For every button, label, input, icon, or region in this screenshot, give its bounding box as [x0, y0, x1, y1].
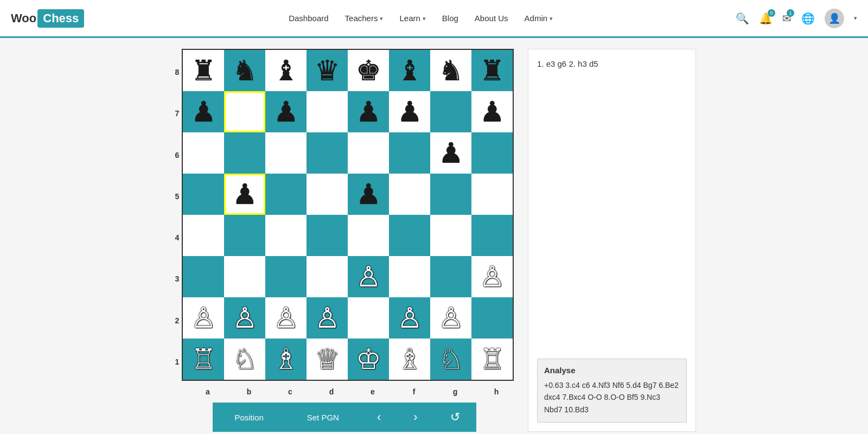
cell-a7[interactable]: ♟	[183, 91, 224, 132]
cell-g1[interactable]: ♘	[430, 339, 471, 380]
chess-board[interactable]: ♜♞♝♛♚♝♞♜♟♟♟♟♟♟♟♟♙♙♙♙♙♙♙♙♖♘♗♕♔♗♘♖	[182, 49, 514, 381]
cell-d8[interactable]: ♛	[307, 50, 348, 91]
cell-b1[interactable]: ♘	[224, 339, 265, 380]
cell-g7[interactable]	[430, 91, 471, 132]
cell-h6[interactable]	[471, 132, 513, 174]
cell-c2[interactable]: ♙	[265, 297, 307, 339]
cell-e8[interactable]: ♚	[348, 50, 389, 91]
analysis-panel: 1. e3 g6 2. h3 d5 Analyse +0.63 3.c4 c6 …	[528, 49, 696, 432]
cell-c6[interactable]	[265, 132, 307, 174]
cell-b7[interactable]	[224, 91, 265, 132]
cell-a6[interactable]	[183, 132, 224, 174]
nav-about[interactable]: About Us	[475, 0, 508, 37]
cell-d6[interactable]	[307, 132, 348, 174]
cell-e7[interactable]: ♟	[348, 91, 389, 132]
avatar[interactable]: 👤	[825, 9, 844, 28]
file-f: f	[393, 387, 435, 396]
header: Woo Chess Dashboard Teachers ▾ Learn ▾ B…	[0, 0, 868, 38]
cell-a4[interactable]	[183, 215, 224, 256]
cell-d3[interactable]	[307, 256, 348, 297]
next-button[interactable]: ›	[397, 403, 433, 432]
nav-learn[interactable]: Learn ▾	[399, 0, 425, 37]
rank-4: 4	[175, 217, 180, 258]
file-d: d	[311, 387, 352, 396]
cell-h2[interactable]	[471, 297, 513, 339]
cell-g5[interactable]	[430, 174, 471, 215]
cell-f3[interactable]	[389, 256, 430, 297]
rank-6: 6	[175, 135, 180, 176]
nav: Dashboard Teachers ▾ Learn ▾ Blog About …	[106, 0, 736, 37]
cell-c7[interactable]: ♟	[265, 91, 307, 132]
reset-button[interactable]: ↺	[434, 403, 476, 432]
nav-blog[interactable]: Blog	[442, 0, 458, 37]
nav-teachers[interactable]: Teachers ▾	[345, 0, 384, 37]
notification-icon[interactable]: 🔔 0	[759, 12, 773, 25]
cell-g6[interactable]: ♟	[430, 132, 471, 174]
cell-h4[interactable]	[471, 215, 513, 256]
cell-b5[interactable]: ♟	[224, 174, 265, 215]
board-section: 8 7 6 5 4 3 2 1 ♜♞♝♛♚♝♞♜♟♟♟♟♟♟♟♟♙♙♙♙♙♙♙♙…	[172, 49, 517, 432]
nav-dashboard[interactable]: Dashboard	[289, 0, 328, 37]
file-e: e	[352, 387, 393, 396]
cell-c5[interactable]	[265, 174, 307, 215]
cell-d5[interactable]	[307, 174, 348, 215]
cell-a3[interactable]	[183, 256, 224, 297]
cell-g4[interactable]	[430, 215, 471, 256]
cell-b6[interactable]	[224, 132, 265, 174]
cell-b8[interactable]: ♞	[224, 50, 265, 91]
rank-3: 3	[175, 258, 180, 299]
cell-b2[interactable]: ♙	[224, 297, 265, 339]
cell-b4[interactable]	[224, 215, 265, 256]
board-wrapper: 8 7 6 5 4 3 2 1 ♜♞♝♛♚♝♞♜♟♟♟♟♟♟♟♟♙♙♙♙♙♙♙♙…	[175, 49, 514, 385]
cell-h3[interactable]: ♙	[471, 256, 513, 297]
cell-a1[interactable]: ♖	[183, 339, 224, 380]
cell-c1[interactable]: ♗	[265, 339, 307, 380]
cell-e2[interactable]	[348, 297, 389, 339]
rank-2: 2	[175, 300, 180, 341]
cell-a5[interactable]	[183, 174, 224, 215]
cell-f5[interactable]	[389, 174, 430, 215]
avatar-dropdown-icon[interactable]: ▾	[854, 15, 857, 22]
cell-d4[interactable]	[307, 215, 348, 256]
cell-e6[interactable]	[348, 132, 389, 174]
cell-h8[interactable]: ♜	[471, 50, 513, 91]
cell-e5[interactable]: ♟	[348, 174, 389, 215]
cell-e3[interactable]: ♙	[348, 256, 389, 297]
admin-dropdown-icon: ▾	[550, 0, 553, 37]
cell-f6[interactable]	[389, 132, 430, 174]
cell-c4[interactable]	[265, 215, 307, 256]
cell-b3[interactable]	[224, 256, 265, 297]
cell-d1[interactable]: ♕	[307, 339, 348, 380]
cell-g3[interactable]	[430, 256, 471, 297]
cell-f1[interactable]: ♗	[389, 339, 430, 380]
search-icon[interactable]: 🔍	[736, 12, 749, 25]
cell-g2[interactable]: ♙	[430, 297, 471, 339]
logo-chess: Chess	[37, 9, 84, 28]
cell-e1[interactable]: ♔	[348, 339, 389, 380]
cell-a8[interactable]: ♜	[183, 50, 224, 91]
cell-c8[interactable]: ♝	[265, 50, 307, 91]
board-controls: Position Set PGN ‹ › ↺	[213, 403, 476, 432]
prev-button[interactable]: ‹	[361, 403, 397, 432]
cell-h7[interactable]: ♟	[471, 91, 513, 132]
analyse-title: Analyse	[544, 366, 680, 375]
cell-c3[interactable]	[265, 256, 307, 297]
position-button[interactable]: Position	[213, 403, 285, 432]
cell-e4[interactable]	[348, 215, 389, 256]
cell-d2[interactable]: ♙	[307, 297, 348, 339]
cell-g8[interactable]: ♞	[430, 50, 471, 91]
cell-f4[interactable]	[389, 215, 430, 256]
cell-d7[interactable]	[307, 91, 348, 132]
cell-f7[interactable]: ♟	[389, 91, 430, 132]
logo[interactable]: Woo Chess	[11, 9, 84, 28]
nav-admin[interactable]: Admin ▾	[525, 0, 553, 37]
file-b: b	[228, 387, 270, 396]
cell-a2[interactable]: ♙	[183, 297, 224, 339]
cell-h1[interactable]: ♖	[471, 339, 513, 380]
cell-f8[interactable]: ♝	[389, 50, 430, 91]
cell-h5[interactable]	[471, 174, 513, 215]
cell-f2[interactable]: ♙	[389, 297, 430, 339]
message-icon[interactable]: ✉ 1	[782, 12, 792, 25]
globe-icon[interactable]: 🌐	[801, 12, 815, 25]
set-pgn-button[interactable]: Set PGN	[285, 403, 361, 432]
